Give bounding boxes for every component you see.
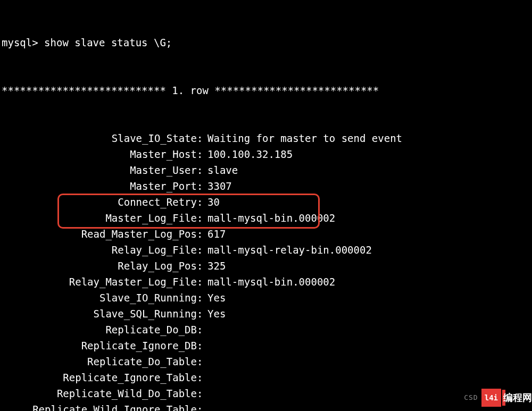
field-key: Master_Log_File <box>0 210 197 226</box>
field-colon: : <box>197 130 205 146</box>
field-colon: : <box>197 290 205 306</box>
field-row: Relay_Master_Log_File:mall-mysql-bin.000… <box>0 274 532 290</box>
field-key: Replicate_Do_DB <box>0 322 197 338</box>
field-value <box>205 370 532 385</box>
field-colon: : <box>197 194 205 210</box>
field-row: Replicate_Ignore_DB: <box>0 338 532 354</box>
field-key: Master_Port <box>0 178 197 194</box>
field-value <box>205 338 532 354</box>
field-value: Yes <box>205 290 532 306</box>
field-value: mall-mysql-bin.000002 <box>205 210 532 226</box>
field-row: Relay_Log_File:mall-mysql-relay-bin.0000… <box>0 242 532 258</box>
watermark: CSD l4i 编程网 <box>464 389 532 407</box>
field-value <box>205 354 532 370</box>
field-key: Replicate_Do_Table <box>0 354 197 370</box>
field-colon: : <box>197 401 205 411</box>
field-key: Slave_IO_Running <box>0 290 197 306</box>
field-key: Replicate_Wild_Ignore_Table <box>0 401 197 411</box>
field-key: Read_Master_Log_Pos <box>0 226 197 242</box>
field-key: Replicate_Ignore_DB <box>0 338 197 354</box>
field-row: Relay_Log_Pos:325 <box>0 258 532 274</box>
field-row: Replicate_Do_Table: <box>0 354 532 370</box>
field-colon: : <box>197 210 205 226</box>
row-separator: *************************** 1. row *****… <box>0 82 532 98</box>
field-value: Yes <box>205 306 532 322</box>
field-row: Master_Host:100.100.32.185 <box>0 146 532 162</box>
field-colon: : <box>197 385 205 401</box>
field-key: Master_User <box>0 162 197 178</box>
field-value: 30 <box>205 194 532 210</box>
field-key: Relay_Master_Log_File <box>0 274 197 290</box>
field-value: 617 <box>205 226 532 242</box>
field-row: Replicate_Wild_Do_Table: <box>0 385 532 401</box>
watermark-text: 编程网 <box>502 390 532 406</box>
field-row: Slave_IO_Running:Yes <box>0 290 532 306</box>
field-colon: : <box>197 338 205 354</box>
field-row: Replicate_Do_DB: <box>0 322 532 338</box>
field-key: Master_Host <box>0 146 197 162</box>
field-row: Master_Log_File:mall-mysql-bin.000002 <box>0 210 532 226</box>
field-value: slave <box>205 162 532 178</box>
field-key: Slave_SQL_Running <box>0 306 197 322</box>
field-colon: : <box>197 226 205 242</box>
field-row: Replicate_Ignore_Table: <box>0 370 532 385</box>
field-value: Waiting for master to send event <box>205 130 532 146</box>
field-value: 325 <box>205 258 532 274</box>
field-key: Relay_Log_Pos <box>0 258 197 274</box>
field-value: mall-mysql-bin.000002 <box>205 274 532 290</box>
field-colon: : <box>197 178 205 194</box>
watermark-logo: l4i <box>481 389 501 407</box>
status-fields: Slave_IO_State:Waiting for master to sen… <box>0 130 532 411</box>
field-row: Slave_IO_State:Waiting for master to sen… <box>0 130 532 146</box>
field-colon: : <box>197 322 205 338</box>
field-row: Read_Master_Log_Pos:617 <box>0 226 532 242</box>
field-colon: : <box>197 306 205 322</box>
field-colon: : <box>197 354 205 370</box>
field-row: Slave_SQL_Running:Yes <box>0 306 532 322</box>
field-key: Replicate_Ignore_Table <box>0 370 197 385</box>
field-key: Slave_IO_State <box>0 130 197 146</box>
field-value: 100.100.32.185 <box>205 146 532 162</box>
field-row: Replicate_Wild_Ignore_Table: <box>0 401 532 411</box>
watermark-csd: CSD <box>464 390 478 406</box>
field-colon: : <box>197 242 205 258</box>
mysql-prompt-line: mysql> show slave status \G; <box>0 35 532 51</box>
terminal-output: mysql> show slave status \G; ***********… <box>0 3 532 411</box>
field-row: Master_User:slave <box>0 162 532 178</box>
field-row: Master_Port:3307 <box>0 178 532 194</box>
field-colon: : <box>197 146 205 162</box>
field-colon: : <box>197 274 205 290</box>
field-row: Connect_Retry:30 <box>0 194 532 210</box>
field-value <box>205 322 532 338</box>
field-colon: : <box>197 258 205 274</box>
field-colon: : <box>197 370 205 385</box>
field-key: Connect_Retry <box>0 194 197 210</box>
field-value: mall-mysql-relay-bin.000002 <box>205 242 532 258</box>
field-value: 3307 <box>205 178 532 194</box>
field-key: Relay_Log_File <box>0 242 197 258</box>
field-key: Replicate_Wild_Do_Table <box>0 385 197 401</box>
field-colon: : <box>197 162 205 178</box>
